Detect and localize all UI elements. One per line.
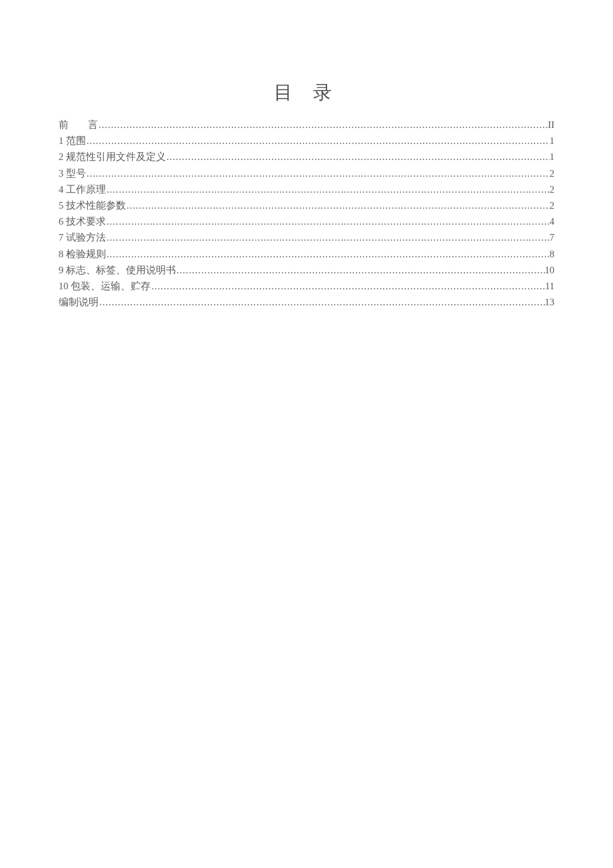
toc-entry: 3 型号 2 xyxy=(59,166,554,181)
toc-entry: 4 工作原理 2 xyxy=(59,182,554,197)
toc-dots xyxy=(151,279,545,294)
toc-entry: 编制说明 13 xyxy=(59,295,554,310)
toc-entry: 2 规范性引用文件及定义 1 xyxy=(59,149,554,165)
toc-dots xyxy=(166,149,550,165)
toc-dots xyxy=(86,166,550,181)
toc-entry: 9 标志、标签、使用说明书 10 xyxy=(59,263,554,278)
toc-entry: 10 包装、运输、贮存 11 xyxy=(59,279,554,294)
toc-dots xyxy=(106,247,550,262)
toc-label: 2 规范性引用文件及定义 xyxy=(59,149,166,165)
toc-title: 目 录 xyxy=(59,80,554,105)
toc-entry: 前 言 II xyxy=(59,117,554,133)
toc-dots xyxy=(106,214,550,229)
toc-page: 7 xyxy=(550,230,554,245)
toc-dots xyxy=(106,182,550,197)
toc-label: 1 范围 xyxy=(59,133,86,149)
toc-entry: 1 范围 1 xyxy=(59,133,554,149)
toc-label: 3 型号 xyxy=(59,166,86,181)
toc-dots xyxy=(99,295,545,310)
toc-page: 2 xyxy=(550,198,554,213)
toc-dots xyxy=(98,117,548,133)
toc-label: 9 标志、标签、使用说明书 xyxy=(59,263,176,278)
toc-page: II xyxy=(548,117,554,133)
toc-entry: 6 技术要求 4 xyxy=(59,214,554,229)
toc-dots xyxy=(176,263,545,278)
toc-dots xyxy=(86,133,550,149)
toc-label: 前 言 xyxy=(59,117,98,133)
toc-page: 4 xyxy=(550,214,554,229)
toc-page: 13 xyxy=(545,295,555,310)
toc-entry: 8 检验规则 8 xyxy=(59,247,554,262)
toc-page: 1 xyxy=(550,149,554,165)
toc-list: 前 言 II 1 范围 1 2 规范性引用文件及定义 1 3 型号 2 4 工作… xyxy=(59,117,554,310)
toc-page: 2 xyxy=(550,182,554,197)
toc-page: 2 xyxy=(550,166,554,181)
toc-label: 6 技术要求 xyxy=(59,214,106,229)
toc-label: 8 检验规则 xyxy=(59,247,106,262)
toc-page: 10 xyxy=(545,263,555,278)
toc-label: 5 技术性能参数 xyxy=(59,198,126,213)
toc-dots xyxy=(126,198,550,213)
toc-label: 7 试验方法 xyxy=(59,230,106,245)
toc-label: 4 工作原理 xyxy=(59,182,106,197)
toc-entry: 5 技术性能参数 2 xyxy=(59,198,554,213)
toc-label: 编制说明 xyxy=(59,295,99,310)
toc-entry: 7 试验方法 7 xyxy=(59,230,554,245)
toc-page: 11 xyxy=(545,279,554,294)
toc-label: 10 包装、运输、贮存 xyxy=(59,279,151,294)
toc-page: 1 xyxy=(550,133,554,149)
toc-page: 8 xyxy=(550,247,554,262)
toc-dots xyxy=(106,230,550,245)
